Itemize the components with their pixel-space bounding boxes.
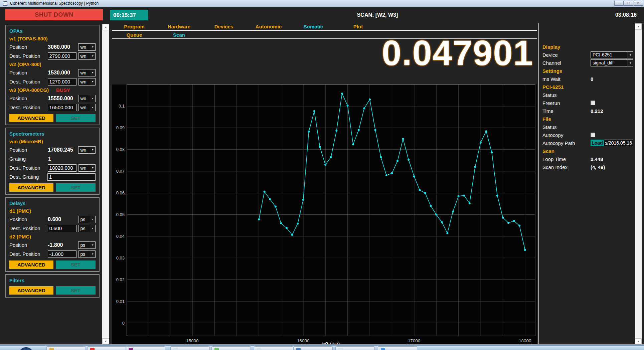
y-tick-label: 0 xyxy=(122,321,125,326)
data-point xyxy=(502,217,504,219)
dest-position-input[interactable] xyxy=(47,173,96,181)
tab-plot[interactable]: Plot xyxy=(336,23,380,30)
taskbar-item[interactable] xyxy=(87,346,127,350)
shutdown-button[interactable]: SHUT DOWN xyxy=(5,9,103,20)
advanced-button[interactable]: ADVANCED xyxy=(9,114,53,122)
taskbar-item-icon xyxy=(214,348,219,350)
dest-position-input[interactable] xyxy=(48,78,76,85)
checkbox[interactable] xyxy=(591,101,595,105)
advanced-button[interactable]: ADVANCED xyxy=(9,260,53,269)
group-title: Delays xyxy=(9,199,96,207)
tab-program[interactable]: Program xyxy=(112,23,157,30)
unit-dropdown[interactable]: ps▼ xyxy=(78,241,96,249)
minimize-icon[interactable]: — xyxy=(614,1,624,6)
device-name: d2 (PMC) xyxy=(9,234,31,239)
set-button[interactable]: SET xyxy=(56,286,96,295)
scroll-down-icon[interactable]: ▼ xyxy=(635,338,642,345)
data-point xyxy=(518,225,520,227)
device-heading: w2 (OPA-800) xyxy=(9,60,96,68)
dest-position-input[interactable] xyxy=(48,104,76,111)
unit-value: wn xyxy=(78,95,90,102)
unit-dropdown[interactable]: ps▼ xyxy=(78,216,96,223)
checkbox[interactable] xyxy=(591,133,595,137)
left-scrollbar[interactable]: ▲ ▼ xyxy=(102,24,109,345)
close-icon[interactable]: ✕ xyxy=(634,1,643,6)
main-menu: ProgramHardwareDevicesAutonomicSomaticPl… xyxy=(112,23,380,30)
unit-dropdown[interactable]: wn▼ xyxy=(78,104,96,111)
taskbar-item[interactable] xyxy=(126,346,165,350)
position-readout: 3060.000 xyxy=(48,44,76,50)
y-tick-label: 0.08 xyxy=(116,147,125,152)
advanced-button[interactable]: ADVANCED xyxy=(9,286,53,295)
chevron-down-icon: ▼ xyxy=(90,225,95,232)
data-point xyxy=(313,110,315,112)
maximize-icon[interactable]: ▢ xyxy=(624,1,633,6)
dropdown-value: signal_diff xyxy=(591,60,628,66)
taskbar-item[interactable] xyxy=(335,346,375,350)
data-point xyxy=(419,189,421,191)
setting-dropdown[interactable]: signal_diff▼ xyxy=(591,59,633,66)
unit-dropdown[interactable]: wn▼ xyxy=(78,146,96,154)
unit-value: wn xyxy=(79,104,90,111)
tab-autonomic[interactable]: Autonomic xyxy=(246,23,291,30)
data-point xyxy=(446,232,448,234)
unit-dropdown[interactable]: wn▼ xyxy=(78,43,96,51)
setting-dropdown[interactable]: PCI-6251▼ xyxy=(591,51,633,58)
setting-label: Status xyxy=(542,92,591,98)
scroll-down-icon[interactable]: ▼ xyxy=(102,338,109,345)
scroll-up-icon[interactable]: ▲ xyxy=(635,23,642,30)
unit-dropdown[interactable]: ps▼ xyxy=(78,250,96,258)
advanced-button[interactable]: ADVANCED xyxy=(9,183,53,192)
dest-position-input[interactable] xyxy=(48,164,76,172)
device-heading: wm (MicroHR) xyxy=(9,138,96,145)
field-label: Position xyxy=(9,96,48,101)
data-point xyxy=(269,198,271,200)
taskbar-item-icon xyxy=(338,348,343,350)
unit-dropdown[interactable]: wn▼ xyxy=(78,164,96,172)
field-label: Dest. Position xyxy=(9,251,48,257)
set-button[interactable]: SET xyxy=(56,114,96,122)
data-point xyxy=(491,151,493,153)
taskbar-item[interactable] xyxy=(170,346,210,350)
taskbar-item[interactable] xyxy=(211,346,251,350)
section-heading: Scan xyxy=(542,148,554,154)
tab-hardware[interactable]: Hardware xyxy=(157,23,201,30)
field-row: Dest. Grating xyxy=(9,172,96,181)
data-point xyxy=(496,194,498,196)
group-title: Spectrometers xyxy=(9,130,96,138)
taskbar-item[interactable] xyxy=(254,346,293,350)
load-button[interactable]: Load xyxy=(591,140,604,146)
start-button-icon[interactable] xyxy=(19,347,33,350)
autocopy-path-input[interactable] xyxy=(604,140,633,146)
set-button[interactable]: SET xyxy=(56,183,96,192)
taskbar-item[interactable] xyxy=(46,346,86,350)
dest-position-input[interactable] xyxy=(48,225,76,232)
tab-devices[interactable]: Devices xyxy=(201,23,246,30)
field-label: Dest. Position xyxy=(9,53,48,59)
field-row: Position17080.245wn▼ xyxy=(9,145,96,154)
field-label: Position xyxy=(9,147,48,153)
tab-somatic[interactable]: Somatic xyxy=(291,23,336,30)
section-heading: File xyxy=(542,116,551,122)
data-point xyxy=(302,199,304,201)
unit-dropdown[interactable]: ps▼ xyxy=(78,225,96,232)
set-button[interactable]: SET xyxy=(56,260,96,269)
field-row: Position3060.000wn▼ xyxy=(9,42,96,51)
unit-dropdown[interactable]: wn▼ xyxy=(78,78,96,85)
right-scrollbar[interactable]: ▲ ▼ xyxy=(635,23,642,345)
chevron-down-icon: ▼ xyxy=(90,95,95,102)
dest-position-input[interactable] xyxy=(48,250,76,258)
dest-position-input[interactable] xyxy=(48,52,76,60)
unit-dropdown[interactable]: wn▼ xyxy=(78,52,96,60)
unit-dropdown[interactable]: wn▼ xyxy=(78,69,96,76)
data-point xyxy=(319,146,321,148)
scan-plot: 00.010.020.030.040.050.060.070.080.090.1… xyxy=(112,80,537,346)
elapsed-timer: 00:15:37 xyxy=(110,10,148,20)
unit-value: wn xyxy=(78,69,90,76)
unit-dropdown[interactable]: wn▼ xyxy=(78,95,96,102)
taskbar-item[interactable] xyxy=(293,346,333,350)
data-point xyxy=(358,129,360,131)
data-point xyxy=(507,222,509,224)
scroll-up-icon[interactable]: ▲ xyxy=(102,24,109,30)
taskbar-item[interactable] xyxy=(378,346,417,350)
